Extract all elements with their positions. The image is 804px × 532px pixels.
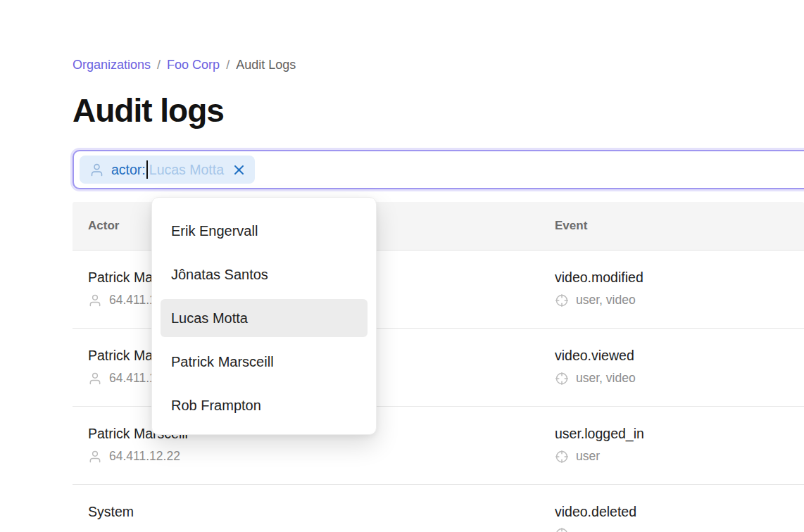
person-icon: [89, 163, 104, 177]
event-name: video.deleted: [555, 504, 804, 520]
dropdown-item-patrick-marsceill[interactable]: Patrick Marsceill: [161, 343, 368, 381]
dropdown-item-jonatas-santos[interactable]: Jônatas Santos: [161, 255, 368, 293]
actor-cell: System: [73, 485, 539, 532]
filter-key-label: actor:: [111, 162, 146, 178]
actor-filter-token[interactable]: actor: Lucas Motta: [80, 156, 255, 184]
clear-filter-icon[interactable]: [232, 163, 246, 177]
event-name: video.modified: [555, 270, 804, 286]
target-icon: [555, 293, 569, 308]
event-cell: video.modified user, video: [539, 251, 804, 328]
dropdown-item-lucas-motta[interactable]: Lucas Motta: [161, 299, 368, 337]
event-name: user.logged_in: [555, 426, 804, 442]
person-icon: [88, 450, 102, 464]
dropdown-item-rob-frampton[interactable]: Rob Frampton: [161, 386, 368, 424]
page-title: Audit logs: [73, 93, 804, 128]
text-cursor: [146, 160, 148, 179]
search-input[interactable]: actor: Lucas Motta: [73, 150, 804, 189]
breadcrumb-separator: /: [157, 58, 161, 72]
actor-ip: 64.411.12.22: [109, 449, 180, 464]
target-icon: [555, 450, 569, 464]
dropdown-item-erik-engervall[interactable]: Erik Engervall: [161, 212, 368, 250]
breadcrumb-separator: /: [226, 58, 230, 72]
person-icon: [88, 372, 102, 386]
breadcrumb: Organizations / Foo Corp / Audit Logs: [73, 0, 804, 72]
event-tags: user, video: [576, 293, 636, 308]
breadcrumb-foo-corp[interactable]: Foo Corp: [167, 58, 220, 72]
filter-ghost-suggestion: Lucas Motta: [149, 162, 224, 178]
audit-logs-page: Organizations / Foo Corp / Audit Logs Au…: [0, 0, 804, 532]
event-cell: user.logged_in user: [539, 407, 804, 484]
target-icon: [555, 527, 569, 532]
actor-suggestions-dropdown: Erik Engervall Jônatas Santos Lucas Mott…: [151, 197, 377, 435]
event-tags: user: [576, 449, 600, 464]
event-tags: user, video: [576, 371, 636, 386]
person-icon: [88, 293, 102, 308]
breadcrumb-audit-logs: Audit Logs: [236, 58, 296, 72]
table-row[interactable]: System video.deleted: [73, 485, 804, 532]
event-name: video.viewed: [555, 348, 804, 364]
event-cell: video.viewed user, video: [539, 329, 804, 406]
target-icon: [555, 372, 569, 386]
actor-name: System: [88, 504, 539, 520]
column-header-event: Event: [539, 219, 804, 233]
event-cell: video.deleted: [539, 485, 804, 532]
breadcrumb-organizations[interactable]: Organizations: [73, 58, 151, 72]
